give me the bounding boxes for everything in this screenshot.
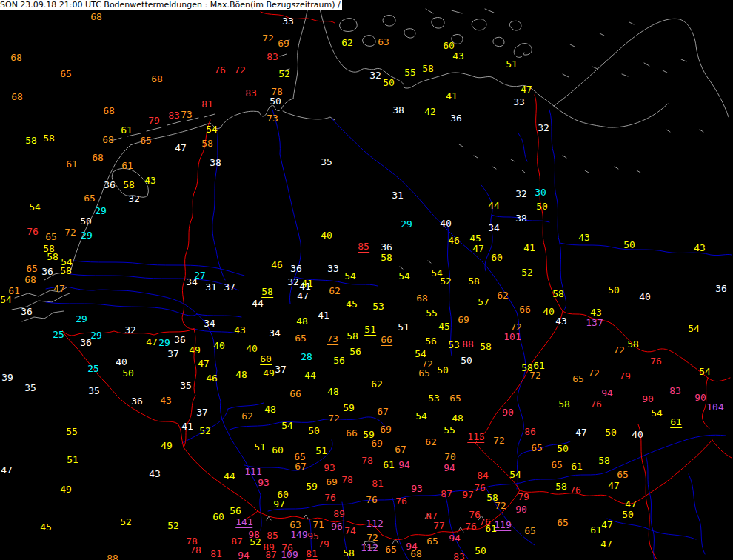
station-value: 37 [196,408,208,417]
station-value: 94 [238,551,250,560]
station-value: 71 [312,521,324,530]
station-value: 35 [321,158,332,167]
station-value: 90 [694,393,706,402]
station-value: 68 [24,276,36,284]
station-value: 45 [469,234,481,243]
station-value: 43 [234,326,246,335]
station-value: 54 [29,203,41,212]
station-value: 79 [318,540,329,549]
station-value: 101 [503,333,521,341]
station-value: 52 [199,427,211,436]
station-value: 50 [461,356,472,365]
station-value: 68 [416,294,428,303]
station-value: 36 [290,264,302,273]
station-value: 54 [415,350,426,359]
station-value: 68 [10,53,22,62]
station-value: 58 [343,549,355,558]
station-value: 83 [669,387,681,396]
station-value: 29 [401,220,412,229]
station-value: 50 [622,510,634,519]
station-value: 50 [270,97,281,106]
station-value: 50 [475,547,486,556]
station-value: 42 [424,107,436,116]
station-value: 61 [66,160,78,169]
station-value: 52 [521,268,533,277]
station-value: 54 [509,470,521,479]
station-value: 90 [515,505,527,514]
station-value: 61 [571,462,583,471]
station-value: 67 [395,445,406,454]
station-value: 97 [273,500,285,510]
station-value: 58 [201,139,213,148]
station-value: 46 [448,236,460,245]
station-value: 44 [224,472,235,481]
station-value: 68 [92,153,104,162]
station-value: 76 [474,484,486,493]
station-value: 40 [543,307,555,316]
station-value: 68 [90,13,102,21]
station-value: 39 [1,373,13,382]
station-value: 45 [438,322,450,331]
station-value: 54 [415,412,427,421]
station-value: 35 [88,387,100,396]
station-value: 29 [95,207,107,216]
station-value: 66 [519,305,531,314]
station-value: 37 [275,365,287,374]
station-value: 65 [295,334,307,343]
station-value: 54 [206,125,218,134]
station-value: 50 [536,202,548,211]
station-value: 73 [327,335,338,345]
station-value: 38 [392,106,404,115]
station-value: 40 [213,341,225,350]
station-value: 34 [269,329,281,338]
station-value: 65 [531,444,543,453]
station-value: 36 [381,243,392,252]
station-value: 54 [344,272,356,281]
station-value: 33 [282,17,294,26]
station-value: 47 [600,540,612,549]
station-value: 36 [131,397,143,406]
station-value: 56 [425,337,437,346]
station-value: 68 [11,93,23,101]
station-value: 93 [324,464,335,473]
station-value: 41 [318,311,329,320]
station-value: 65 [26,264,38,273]
station-value: 149 [290,530,307,539]
station-value: 58 [25,136,37,145]
station-value: 67 [295,462,307,471]
station-value: 37 [167,350,179,359]
station-value: 37 [224,283,235,292]
station-value: 54 [699,367,711,376]
station-value: 46 [206,374,218,383]
station-value: 29 [90,331,102,340]
station-value: 58 [552,290,564,299]
station-value: 54 [281,421,293,430]
stations-layer: 6868656876726868817983736154686558585847… [0,0,733,560]
station-value: 50 [383,79,395,87]
station-value: 78 [341,476,353,484]
station-value: 59 [343,404,355,413]
station-value: 111 [244,467,261,476]
station-value: 68 [151,75,163,84]
station-value: 78 [361,456,373,465]
station-value: 93 [411,484,423,493]
station-value: 43 [144,176,156,185]
station-value: 54 [0,296,12,304]
station-value: 43 [555,317,567,326]
station-value: 65 [385,545,397,554]
station-value: 40 [321,231,332,240]
station-value: 72 [366,533,378,542]
station-value: 43 [149,470,161,479]
station-value: 61 [670,418,682,428]
station-value: 28 [301,353,312,361]
station-value: 40 [116,358,127,367]
station-value: 62 [341,39,353,47]
station-value: 47 [601,521,613,530]
station-value: 62 [329,287,341,296]
station-value: 53 [448,341,460,350]
station-value: 40 [440,219,452,228]
station-value: 47 [146,338,158,347]
weather-map-screen: 6868656876726868817983736154686558585847… [0,0,733,560]
station-value: 52 [440,277,452,286]
station-value: 47 [575,428,587,437]
